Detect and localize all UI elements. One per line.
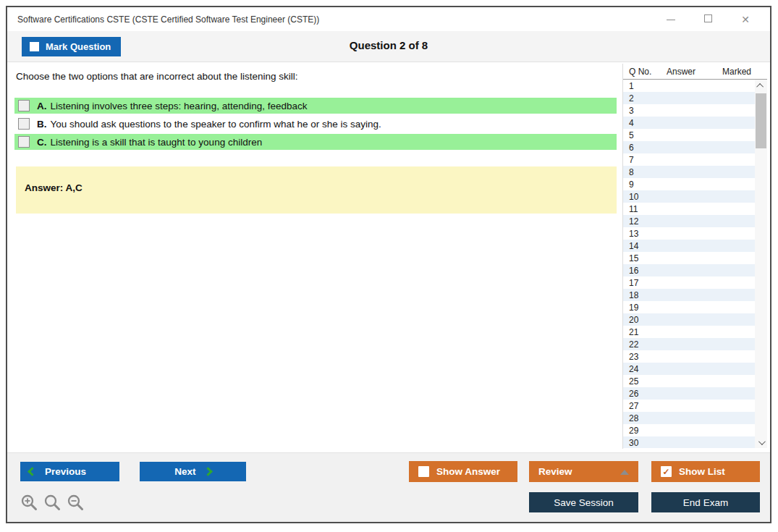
question-list-rows: 1234567891011121314151617181920212223242…	[623, 80, 755, 448]
chevron-right-icon	[203, 467, 213, 476]
list-item[interactable]: 21	[623, 326, 755, 338]
list-item[interactable]: 17	[623, 276, 755, 289]
list-item-qno: 2	[623, 93, 634, 104]
list-item[interactable]: 2	[623, 92, 755, 104]
list-item-qno: 5	[623, 130, 634, 140]
review-label: Review	[538, 466, 572, 477]
list-item[interactable]: 15	[623, 252, 755, 264]
show-list-checkbox[interactable]: ✓	[661, 466, 672, 477]
list-item-qno: 10	[623, 192, 638, 202]
list-item[interactable]: 20	[623, 313, 755, 326]
show-answer-checkbox[interactable]	[418, 466, 429, 477]
list-item-qno: 18	[623, 290, 638, 300]
chevron-down-icon	[758, 438, 766, 445]
previous-label: Previous	[45, 466, 86, 477]
show-list-button[interactable]: ✓ Show List	[651, 461, 760, 482]
show-list-label: Show List	[679, 466, 725, 477]
show-answer-button[interactable]: Show Answer	[409, 461, 517, 482]
zoom-in-icon[interactable]	[20, 494, 38, 512]
list-item[interactable]: 19	[623, 301, 755, 313]
list-item-qno: 3	[623, 106, 634, 116]
list-item[interactable]: 5	[623, 129, 755, 141]
answer-option[interactable]: A. Listening involves three steps: heari…	[14, 98, 617, 114]
list-item[interactable]: 4	[623, 117, 755, 129]
save-session-label: Save Session	[554, 497, 614, 508]
list-item[interactable]: 24	[623, 363, 755, 375]
previous-button[interactable]: Previous	[20, 462, 119, 481]
save-session-button[interactable]: Save Session	[529, 492, 638, 512]
option-checkbox[interactable]	[18, 118, 30, 130]
list-item[interactable]: 11	[623, 203, 755, 215]
list-item-qno: 7	[623, 155, 634, 165]
options: A. Listening involves three steps: heari…	[14, 98, 617, 152]
header-band: Mark Question Question 2 of 8	[7, 31, 770, 62]
list-item[interactable]: 25	[623, 375, 755, 387]
list-item-qno: 20	[623, 315, 638, 325]
answer-option[interactable]: C. Listening is a skill that is taught t…	[14, 134, 617, 150]
main-content: Choose the two options that are incorrec…	[7, 62, 770, 452]
list-item[interactable]: 13	[623, 227, 755, 240]
window-title: Software Certifications CSTE (CSTE Certi…	[17, 14, 319, 25]
list-item-qno: 24	[623, 364, 638, 374]
list-item[interactable]: 8	[623, 166, 755, 178]
option-checkbox[interactable]	[18, 100, 30, 111]
list-item[interactable]: 7	[623, 153, 755, 166]
list-item-qno: 4	[623, 118, 634, 128]
list-item[interactable]: 14	[623, 240, 755, 252]
close-button[interactable]: ✕	[741, 14, 750, 25]
scroll-up-button[interactable]	[755, 80, 767, 91]
review-button[interactable]: Review	[529, 461, 638, 482]
column-header-qno: Q No.	[623, 67, 667, 77]
next-button[interactable]: Next	[140, 462, 246, 481]
question-list-body: 1234567891011121314151617181920212223242…	[623, 80, 767, 448]
list-item[interactable]: 26	[623, 387, 755, 400]
option-text: Listening is a skill that is taught to y…	[51, 137, 263, 148]
list-item[interactable]: 23	[623, 350, 755, 363]
list-item[interactable]: 12	[623, 215, 755, 227]
option-letter: B.	[37, 119, 47, 130]
minimize-icon	[667, 20, 675, 20]
mark-question-button[interactable]: Mark Question	[22, 37, 121, 56]
list-item[interactable]: 10	[623, 190, 755, 203]
question-list-scrollbar[interactable]	[755, 80, 767, 448]
list-item[interactable]: 30	[623, 436, 755, 448]
list-item-qno: 28	[623, 413, 638, 423]
list-item[interactable]: 18	[623, 289, 755, 301]
next-label: Next	[174, 466, 195, 477]
scrollbar-thumb[interactable]	[756, 93, 766, 148]
list-item[interactable]: 29	[623, 424, 755, 436]
question-counter: Question 2 of 8	[7, 39, 770, 51]
mark-question-checkbox[interactable]	[30, 42, 39, 51]
end-exam-button[interactable]: End Exam	[651, 492, 760, 512]
list-item[interactable]: 9	[623, 178, 755, 190]
answer-option[interactable]: B. You should ask questions to the speak…	[14, 116, 617, 132]
list-item[interactable]: 1	[623, 80, 755, 92]
list-item[interactable]: 22	[623, 338, 755, 350]
column-header-marked: Marked	[722, 67, 767, 77]
list-item-qno: 9	[623, 180, 634, 190]
list-item[interactable]: 16	[623, 264, 755, 276]
list-item-qno: 14	[623, 241, 638, 251]
list-item-qno: 22	[623, 339, 638, 350]
list-item[interactable]: 28	[623, 412, 755, 424]
zoom-reset-icon[interactable]	[43, 494, 62, 512]
list-item-qno: 19	[623, 303, 638, 313]
chevron-left-icon	[28, 467, 37, 476]
title-bar: Software Certifications CSTE (CSTE Certi…	[7, 7, 770, 31]
list-item-qno: 23	[623, 352, 638, 362]
minimize-button[interactable]	[667, 14, 675, 24]
scroll-down-button[interactable]	[755, 436, 767, 448]
list-item-qno: 25	[623, 376, 638, 387]
list-item-qno: 12	[623, 216, 638, 227]
zoom-out-icon[interactable]	[67, 494, 85, 512]
maximize-button[interactable]	[704, 14, 712, 24]
list-item-qno: 21	[623, 327, 638, 337]
list-item-qno: 6	[623, 143, 634, 153]
list-item-qno: 8	[623, 167, 634, 177]
list-item[interactable]: 6	[623, 141, 755, 153]
list-item[interactable]: 3	[623, 104, 755, 117]
option-checkbox[interactable]	[18, 136, 30, 148]
answer-text: Answer: A,C	[25, 182, 83, 193]
footer-bar: Previous Next Show Answer Review ✓ Show …	[7, 452, 770, 522]
list-item[interactable]: 27	[623, 400, 755, 412]
